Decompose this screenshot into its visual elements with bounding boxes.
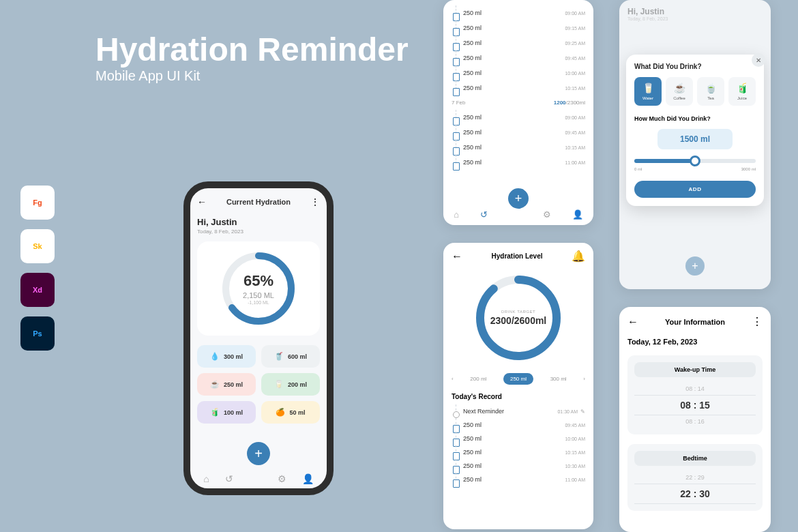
phone-mockup: ← Current Hydration ⋮ Hi, Justin Today, … (183, 181, 334, 495)
drink-tea[interactable]: 🍵Tea (697, 77, 724, 106)
hero-subtitle: Mobile App UI Kit (95, 68, 200, 84)
xd-icon: Xd (20, 273, 55, 307)
figma-icon: Fg (20, 186, 55, 220)
log-amount: 250 ml (463, 144, 482, 151)
screen-title: Current Hydration (226, 198, 291, 206)
close-icon[interactable]: ✕ (752, 53, 765, 67)
log-row: 250 ml10:00 AM (456, 432, 585, 445)
bed-opt-0[interactable]: 22 : 29 (634, 471, 756, 484)
quick-250[interactable]: ☕250 ml (197, 373, 256, 396)
quick-add-grid: 💧300 ml 🥤600 ml ☕250 ml 🥛200 ml 🧃100 ml … (197, 345, 320, 424)
log-row: 250 ml09:45 AM (456, 418, 585, 432)
opt-200[interactable]: 200 ml (470, 376, 486, 382)
greeting: Hi, Justin (197, 217, 320, 227)
more-icon[interactable]: ⋮ (752, 315, 763, 328)
remaining-value: -1,100 ML (248, 300, 269, 305)
add-fab[interactable]: + (247, 442, 270, 465)
tool-icons: Fg Sk Xd Ps (20, 186, 55, 351)
log-row: 250 ml10:15 AM (456, 80, 585, 95)
home-icon[interactable]: ⌂ (203, 473, 209, 484)
bottom-nav: ⌂ ↺ ⚙ 👤 (443, 209, 593, 220)
drink-water[interactable]: 🥛Water (634, 77, 662, 106)
profile-icon[interactable]: 👤 (302, 473, 314, 484)
slider-min: 0 ml (634, 167, 642, 171)
next-reminder-row: Next Reminder 01:30 AM✎ (456, 404, 585, 418)
more-icon[interactable]: ⋮ (310, 197, 320, 207)
drink-coffee[interactable]: ☕Coffee (666, 77, 693, 106)
log-time: 10:15 AM (565, 145, 585, 150)
drink-juice[interactable]: 🧃Juice (728, 77, 756, 106)
target-ring: DRINK TARGET 2300/2600ml (474, 274, 563, 362)
quick-100[interactable]: 🧃100 ml (197, 401, 256, 424)
log-amount: 250 ml (463, 114, 482, 121)
bg-date: Today, 8 Feb, 2023 (627, 16, 763, 21)
log-row: 250 ml11:00 AM (456, 155, 585, 170)
wake-card: Wake-up Time 08 : 14 08 : 15 08 : 16 (627, 355, 763, 434)
slider-max: 3000 ml (741, 167, 756, 171)
back-icon[interactable]: ← (627, 316, 638, 328)
log-row: 250 ml09:45 AM (456, 125, 585, 140)
reminder-time: 01:30 AM (557, 409, 578, 414)
settings-icon[interactable]: ⚙ (543, 209, 551, 220)
amount-value: 2,150 ML (243, 291, 274, 299)
log-date: 7 Feb (452, 100, 465, 106)
quick-300[interactable]: 💧300 ml (197, 345, 256, 368)
log-amount: 250 ml (463, 462, 482, 469)
profile-icon[interactable]: 👤 (572, 209, 583, 220)
can-icon: 🧃 (210, 408, 220, 417)
chevron-right-icon[interactable]: › (583, 376, 585, 382)
wake-opt-0[interactable]: 08 : 14 (634, 383, 756, 395)
log-row: 250 ml09:00 AM (456, 5, 585, 20)
edit-icon[interactable]: ✎ (580, 409, 585, 415)
log-amount: 250 ml (463, 435, 482, 442)
wake-opt-2[interactable]: 08 : 16 (634, 415, 756, 428)
bottom-nav: ⌂ ↺ ⚙ 👤 (190, 473, 327, 484)
wake-selected[interactable]: 08 : 15 (634, 395, 756, 415)
add-fab[interactable]: + (508, 188, 529, 209)
log-time: 09:00 AM (565, 115, 585, 120)
add-button[interactable]: ADD (634, 181, 756, 198)
slider-thumb[interactable] (690, 156, 700, 166)
add-drink-panel: Hi, Justin Today, 8 Feb, 2023 ✕ What Did… (619, 0, 771, 289)
history-icon[interactable]: ↺ (480, 209, 488, 220)
slider-fill (634, 159, 695, 163)
fruit-icon: 🍊 (276, 408, 285, 417)
log-time: 10:15 AM (565, 450, 585, 455)
hero-title: Hydration Reminder (95, 31, 409, 68)
log-time: 09:25 AM (565, 41, 585, 46)
progress-ring: 65% 2,150 ML -1,100 ML (221, 251, 296, 326)
home-icon[interactable]: ⌂ (454, 209, 459, 220)
chevron-left-icon[interactable]: ‹ (452, 376, 454, 382)
glass-icon: 🥛 (274, 380, 284, 389)
log-row: 250 ml09:15 AM (456, 20, 585, 35)
progress-card: 65% 2,150 ML -1,100 ML (197, 241, 320, 336)
bed-card: Bedtime 22 : 29 22 : 30 (627, 444, 763, 511)
quick-50[interactable]: 🍊50 ml (261, 401, 320, 424)
wake-title: Wake-up Time (634, 362, 756, 377)
bed-selected[interactable]: 22 : 30 (634, 484, 756, 504)
reminder-label: Next Reminder (463, 408, 504, 415)
back-icon[interactable]: ← (197, 196, 207, 207)
settings-icon[interactable]: ⚙ (278, 473, 286, 484)
info-panel: ← Your Information ⋮ Today, 12 Feb, 2023… (619, 307, 771, 532)
back-icon[interactable]: ← (452, 250, 462, 263)
log-amount: 250 ml (463, 70, 482, 76)
level-panel: ← Hydration Level 🔔 DRINK TARGET 2300/26… (443, 243, 593, 529)
amount-display: 1500 ml (657, 129, 733, 149)
modal-q2: How Much Did You Drink? (634, 115, 756, 122)
history-icon[interactable]: ↺ (225, 473, 233, 484)
target-label: DRINK TARGET (501, 310, 535, 314)
log-row: 250 ml10:15 AM (456, 140, 585, 155)
opt-300[interactable]: 300 ml (550, 376, 567, 382)
quick-600[interactable]: 🥤600 ml (261, 345, 320, 368)
log-amount: 250 ml (463, 422, 482, 428)
bell-icon[interactable]: 🔔 (572, 250, 585, 263)
log-row: 250 ml10:30 AM (456, 459, 585, 473)
amount-selector: ‹ 200 ml 250 ml 300 ml › (452, 373, 585, 385)
quick-200[interactable]: 🥛200 ml (261, 373, 320, 396)
records-title: Today's Record (452, 393, 585, 400)
opt-250-selected[interactable]: 250 ml (503, 373, 533, 385)
log-time: 10:15 AM (565, 86, 585, 91)
log-total: 1200 (554, 100, 566, 106)
amount-slider[interactable] (634, 159, 756, 163)
